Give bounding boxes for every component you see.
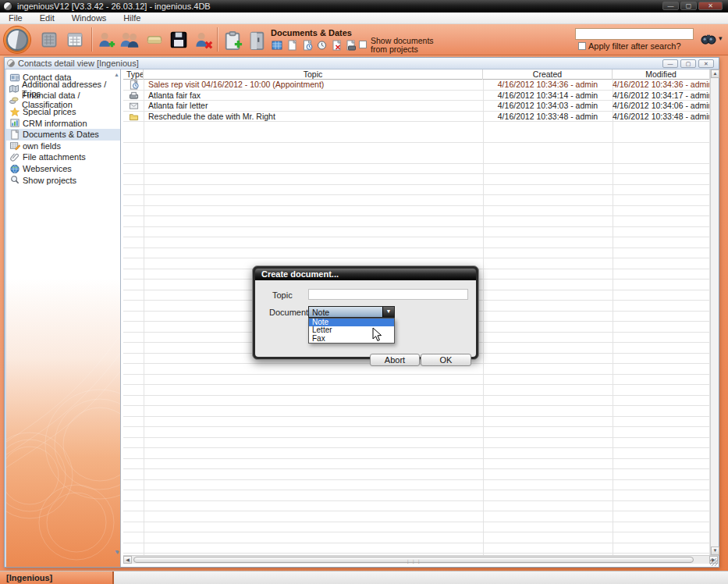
vertical-scrollbar[interactable]: ▲ ▼ [710, 69, 719, 555]
column-header-topic[interactable]: Topic [144, 69, 483, 80]
child-window-icon [7, 59, 15, 67]
menu-bar: FileEditWindowsHilfe [0, 12, 728, 24]
scroll-left-icon[interactable]: ◀ [123, 556, 132, 564]
sidebar-item-documents-dates[interactable]: Documents & Dates [6, 129, 120, 141]
table-blue-icon[interactable] [271, 40, 283, 51]
add-contact-icon[interactable] [96, 30, 116, 51]
delete-document-icon[interactable] [331, 40, 343, 51]
binoculars-search-icon[interactable] [699, 30, 718, 46]
table-row[interactable]: Atlanta fair fax4/16/2012 10:34:14 - adm… [123, 91, 710, 101]
paperclip-icon [9, 152, 20, 162]
show-documents-label: Show documents from projects [371, 37, 434, 54]
menu-edit[interactable]: Edit [31, 13, 63, 23]
dialog-body: Topic Document Note ▼ NoteLetterFax Abor… [255, 280, 476, 357]
create-document-dialog: Create document... Topic Document Note ▼… [252, 265, 479, 360]
abort-button[interactable]: Abort [370, 354, 420, 366]
document-dropdown[interactable]: Note ▼ [308, 306, 395, 318]
cell-modified: 4/16/2012 10:34:17 - admin [613, 91, 709, 101]
apply-filter-checkbox[interactable] [578, 42, 586, 50]
cell-created: 4/16/2012 10:34:14 - admin [483, 91, 613, 101]
show-documents-checkbox[interactable] [359, 41, 367, 48]
apply-filter-label: Apply filter after search? [588, 41, 681, 51]
financial-icon [9, 95, 20, 105]
new-clipboard-icon[interactable] [222, 30, 243, 51]
sidebar-item-label: Show projects [23, 176, 76, 185]
menu-hilfe[interactable]: Hilfe [115, 13, 149, 23]
application-window: ingeniousV12 [V3.3.42 - 26.03.12] - inge… [0, 0, 728, 584]
minimize-button[interactable]: — [662, 2, 679, 10]
table-row[interactable]: Reschedule the date with Mr. Right4/16/2… [123, 112, 710, 123]
dialog-titlebar[interactable]: Create document... [255, 269, 476, 280]
sidebar-item-label: own fields [23, 141, 61, 151]
child-close-button[interactable]: ✕ [698, 59, 714, 68]
os-titlebar: ingeniousV12 [V3.3.42 - 26.03.12] - inge… [0, 0, 728, 12]
child-window-title: Contacts detail view [Ingenious] [18, 59, 139, 68]
sidebar-item-own-fields[interactable]: own fields [6, 141, 120, 152]
swirl-decoration [6, 327, 121, 561]
child-titlebar[interactable]: Contacts detail view [Ingenious] — ▢ ✕ [5, 58, 719, 69]
cell-created: 4/16/2012 10:34:36 - admin [483, 80, 613, 91]
sidebar-item-financial-data-classification[interactable]: Financial data / Classification [6, 94, 120, 106]
search-input[interactable] [575, 28, 694, 40]
cell-modified: 4/16/2012 10:34:36 - admin [613, 80, 709, 91]
child-minimize-button[interactable]: — [662, 59, 678, 68]
thumb-grip: ⋮⋮⋮ [406, 558, 422, 564]
eraser-icon[interactable] [145, 32, 164, 48]
maximize-button[interactable]: ▢ [680, 2, 697, 10]
new-document-icon[interactable] [286, 40, 298, 51]
hscroll-thumb[interactable]: ⋮⋮⋮ [133, 557, 694, 563]
sidebar-item-show-projects[interactable]: Show projects [6, 174, 120, 186]
archive-icon[interactable] [247, 30, 267, 51]
sidebar-items: Contact dataAdditional addresses / Trips… [6, 69, 120, 186]
save-icon[interactable] [169, 30, 189, 49]
column-header-modified[interactable]: Modified [613, 69, 710, 80]
menu-windows[interactable]: Windows [63, 13, 115, 23]
sidebar-scroll-up-icon[interactable]: ▲ [114, 72, 119, 77]
delete-contact-icon[interactable] [193, 30, 213, 51]
sidebar-item-label: Documents & Dates [23, 130, 99, 139]
child-maximize-button[interactable]: ▢ [680, 59, 696, 68]
search-options-caret-icon[interactable]: ▾ [719, 34, 723, 42]
table-row[interactable]: Sales rep visit 04/16/2012 - 10:00 (Appo… [123, 80, 710, 91]
mouse-cursor-icon [372, 327, 383, 343]
contact-card-icon [9, 73, 20, 83]
column-header-type[interactable]: Type [123, 69, 144, 80]
mdi-background: Contacts detail view [Ingenious] — ▢ ✕ [0, 55, 728, 571]
sidebar-item-label: CRM information [23, 119, 87, 128]
topic-input[interactable] [308, 289, 468, 300]
recurring-appointment-icon[interactable] [316, 40, 328, 51]
toolbar-separator [91, 27, 92, 52]
print-document-icon[interactable] [345, 40, 357, 51]
scroll-down-icon[interactable]: ▼ [711, 547, 719, 555]
sidebar-item-crm-information[interactable]: CRM information [6, 117, 120, 129]
status-bar: [Ingenious] [0, 571, 728, 584]
toolbar-separator [217, 27, 218, 52]
sidebar-item-label: Special prices [23, 107, 76, 116]
sidebar-item-file-attachments[interactable]: File attachments [6, 151, 120, 163]
toolbar-group-label: Documents & Dates [271, 28, 352, 37]
cell-created: 4/16/2012 10:33:48 - admin [483, 112, 613, 123]
dropdown-arrow-icon[interactable]: ▼ [382, 307, 394, 317]
window-title: ingeniousV12 [V3.3.42 - 26.03.12] - inge… [17, 2, 211, 11]
sidebar-bottom-scroll-icon[interactable]: ▼ [115, 550, 120, 555]
topic-label: Topic [272, 290, 293, 300]
calendar-view-icon[interactable] [65, 31, 85, 48]
sidebar-item-webservices[interactable]: Webservices [6, 163, 120, 175]
sidebar-item-special-prices[interactable]: Special prices [6, 106, 120, 118]
resize-grip[interactable] [710, 558, 718, 566]
menu-file[interactable]: File [0, 13, 31, 23]
cell-modified: 4/16/2012 10:33:48 - admin [613, 112, 709, 123]
cell-topic: Atlanta fair fax [148, 91, 481, 101]
scroll-up-icon[interactable]: ▲ [711, 69, 719, 78]
letter-icon [128, 101, 140, 111]
new-appointment-icon[interactable] [301, 40, 314, 51]
list-view-icon[interactable] [39, 31, 59, 48]
ok-button[interactable]: OK [421, 354, 471, 366]
ingenious-logo-icon[interactable] [6, 29, 28, 51]
horizontal-scrollbar[interactable]: ◀ ▶ ⋮⋮⋮ [123, 555, 719, 564]
close-button[interactable]: ✕ [698, 2, 723, 10]
status-label: [Ingenious] [0, 572, 114, 584]
table-row[interactable]: Atlanta fair letter4/16/2012 10:34:03 - … [123, 101, 710, 112]
contacts-icon[interactable] [119, 30, 140, 51]
column-header-created[interactable]: Created [483, 69, 613, 80]
